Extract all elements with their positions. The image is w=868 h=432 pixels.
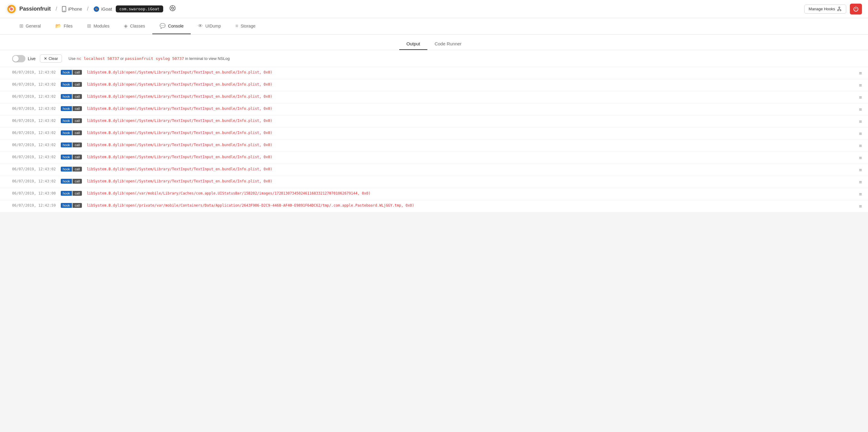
badge-call[interactable]: call <box>72 106 82 111</box>
log-menu-icon[interactable]: ≡ <box>859 82 862 88</box>
info-text-2: or <box>120 56 124 61</box>
badge-call[interactable]: call <box>72 118 82 123</box>
log-menu-icon[interactable]: ≡ <box>859 130 862 137</box>
log-menu-icon[interactable]: ≡ <box>859 191 862 197</box>
log-timestamp: 06/07/2019, 12:43:02 <box>12 94 56 98</box>
log-menu-icon[interactable]: ≡ <box>859 203 862 209</box>
tab-modules-label: Modules <box>93 24 110 28</box>
log-menu-icon[interactable]: ≡ <box>859 166 862 173</box>
tab-uidump-label: UIDump <box>205 24 221 28</box>
log-timestamp: 06/07/2019, 12:43:02 <box>12 118 56 123</box>
badge-call[interactable]: call <box>72 191 82 196</box>
badge-call[interactable]: call <box>72 203 82 208</box>
badge-hook[interactable]: hook <box>61 191 72 196</box>
badge-call[interactable]: call <box>72 154 82 160</box>
svg-point-10 <box>170 5 175 11</box>
toolbar: Live ✕ Clear Use nc localhost 50737 or p… <box>0 50 868 67</box>
badge-hook[interactable]: hook <box>61 203 72 208</box>
tab-files[interactable]: 📂 Files <box>48 18 80 34</box>
log-badges: hook call <box>61 82 82 87</box>
svg-point-20 <box>840 10 841 11</box>
log-row: 06/07/2019, 12:43:00 hook call libSystem… <box>0 188 868 200</box>
sub-tab-output[interactable]: Output <box>399 38 427 50</box>
badge-call[interactable]: call <box>72 131 82 135</box>
badge-hook[interactable]: hook <box>61 131 72 135</box>
log-timestamp: 06/07/2019, 12:43:02 <box>12 130 56 135</box>
log-menu-icon[interactable]: ≡ <box>859 106 862 112</box>
breadcrumb-device[interactable]: iPhone <box>62 6 82 12</box>
log-message: libSystem.B.dylib!open(/System/Library/T… <box>87 154 854 160</box>
badge-hook[interactable]: hook <box>61 94 72 99</box>
badge-call[interactable]: call <box>72 94 82 99</box>
log-menu-icon[interactable]: ≡ <box>859 154 862 161</box>
log-badges: hook call <box>61 130 82 135</box>
badge-hook[interactable]: hook <box>61 154 72 160</box>
badge-hook[interactable]: hook <box>61 167 72 172</box>
log-badges: hook call <box>61 166 82 172</box>
log-message: libSystem.B.dylib!open(/System/Library/T… <box>87 166 854 172</box>
log-badges: hook call <box>61 142 82 147</box>
tab-general-label: General <box>26 24 41 28</box>
power-button[interactable] <box>850 4 862 15</box>
live-toggle[interactable] <box>12 55 25 62</box>
tab-uidump[interactable]: 👁 UIDump <box>191 18 228 34</box>
log-menu-icon[interactable]: ≡ <box>859 69 862 76</box>
tab-modules[interactable]: ⊞ Modules <box>80 18 117 34</box>
badge-hook[interactable]: hook <box>61 70 72 75</box>
badge-hook[interactable]: hook <box>61 118 72 123</box>
log-message: libSystem.B.dylib!open(/System/Library/T… <box>87 82 854 87</box>
log-timestamp: 06/07/2019, 12:43:02 <box>12 106 56 111</box>
badge-hook[interactable]: hook <box>61 179 72 184</box>
log-menu-icon[interactable]: ≡ <box>859 142 862 148</box>
tab-classes-label: Classes <box>130 24 145 28</box>
badge-call[interactable]: call <box>72 82 82 87</box>
badge-call[interactable]: call <box>72 143 82 147</box>
badge-hook[interactable]: hook <box>61 143 72 147</box>
log-row: 06/07/2019, 12:42:59 hook call libSystem… <box>0 200 868 212</box>
svg-point-11 <box>172 7 174 9</box>
badge-call[interactable]: call <box>72 167 82 172</box>
log-message: libSystem.B.dylib!open(/System/Library/T… <box>87 178 854 184</box>
tab-console-label: Console <box>168 24 183 28</box>
log-row: 06/07/2019, 12:43:02 hook call libSystem… <box>0 140 868 152</box>
tab-classes[interactable]: ◈ Classes <box>117 18 152 34</box>
log-message: libSystem.B.dylib!open(/System/Library/T… <box>87 69 854 75</box>
header-right: Manage Hooks <box>804 4 862 15</box>
log-badges: hook call <box>61 118 82 123</box>
badge-call[interactable]: call <box>72 179 82 184</box>
log-row: 06/07/2019, 12:43:02 hook call libSystem… <box>0 164 868 176</box>
nav-tabs: ⊞ General 📂 Files ⊞ Modules ◈ Classes 💬 … <box>0 18 868 34</box>
log-message: libSystem.B.dylib!open(/private/var/mobi… <box>87 203 854 208</box>
badge-call[interactable]: call <box>72 70 82 75</box>
svg-rect-7 <box>63 10 65 11</box>
manage-hooks-label: Manage Hooks <box>809 7 835 11</box>
log-timestamp: 06/07/2019, 12:43:02 <box>12 142 56 147</box>
aperture-icon <box>169 5 176 11</box>
log-row: 06/07/2019, 12:43:02 hook call libSystem… <box>0 104 868 116</box>
log-row: 06/07/2019, 12:43:02 hook call libSystem… <box>0 67 868 79</box>
clear-button[interactable]: ✕ Clear <box>40 54 62 63</box>
log-menu-icon[interactable]: ≡ <box>859 178 862 185</box>
svg-line-16 <box>170 9 172 10</box>
log-row: 06/07/2019, 12:43:02 hook call libSystem… <box>0 91 868 104</box>
log-menu-icon[interactable]: ≡ <box>859 118 862 124</box>
settings-icon-button[interactable] <box>167 4 178 14</box>
log-message: libSystem.B.dylib!open(/System/Library/T… <box>87 106 854 111</box>
manage-hooks-button[interactable]: Manage Hooks <box>804 4 846 13</box>
badge-hook[interactable]: hook <box>61 82 72 87</box>
svg-text:🐐: 🐐 <box>95 7 98 11</box>
log-badges: hook call <box>61 69 82 75</box>
tab-console[interactable]: 💬 Console <box>152 18 191 34</box>
breadcrumb-app[interactable]: 🐐 iGoat <box>93 6 112 12</box>
manage-hooks-icon <box>837 7 842 11</box>
log-timestamp: 06/07/2019, 12:43:02 <box>12 154 56 159</box>
modules-icon: ⊞ <box>87 23 91 29</box>
log-menu-icon[interactable]: ≡ <box>859 94 862 100</box>
info-text-3: in terminal to view NSLog <box>185 56 230 61</box>
sub-tab-code-runner[interactable]: Code Runner <box>427 38 469 50</box>
badge-hook[interactable]: hook <box>61 106 72 111</box>
tab-general[interactable]: ⊞ General <box>12 18 48 34</box>
tab-storage[interactable]: ≡ Storage <box>228 18 262 34</box>
svg-line-23 <box>839 9 840 10</box>
svg-line-14 <box>174 9 175 10</box>
